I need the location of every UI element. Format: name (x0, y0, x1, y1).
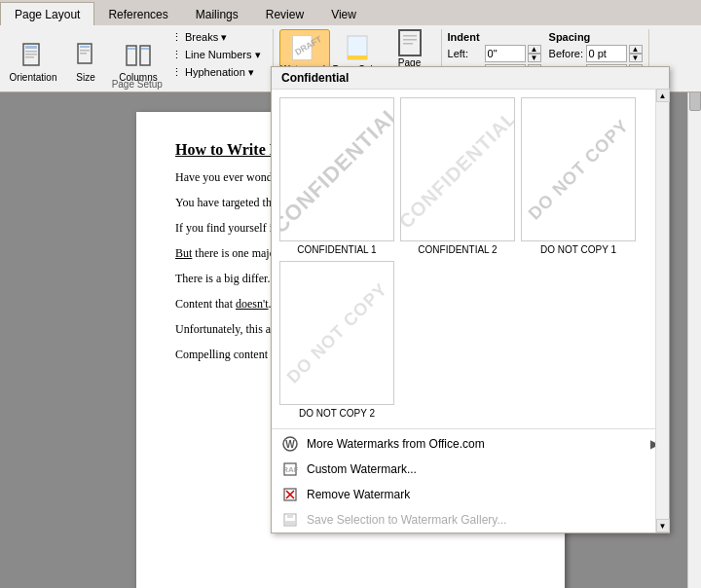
watermark-menu-divider (272, 428, 669, 429)
custom-watermark-icon: DRAFT (281, 460, 299, 478)
tab-review[interactable]: Review (252, 4, 317, 25)
spacing-before-up[interactable]: ▲ (629, 45, 643, 54)
orientation-button[interactable]: Orientation (8, 38, 58, 87)
ribbon-group-page-setup: Orientation Size (2, 29, 274, 92)
tab-page-layout[interactable]: Page Layout (0, 2, 94, 25)
indent-left-input[interactable] (485, 45, 526, 62)
watermark-dropdown-header: Confidential (272, 67, 669, 90)
svg-text:W: W (285, 439, 295, 450)
orientation-icon (18, 41, 49, 72)
watermark-label-donotcopy1: DO NOT COPY 1 (540, 244, 616, 255)
indent-left-label: Left: (448, 48, 483, 59)
watermark-menu-remove[interactable]: Remove Watermark (272, 482, 669, 507)
svg-rect-2 (25, 51, 37, 53)
watermark-text-donotcopy1: DO NOT COPY (524, 115, 633, 224)
watermark-dropdown: Confidential CONFIDENTIAL CONFIDENTIAL 1… (271, 66, 670, 533)
tab-references[interactable]: References (94, 4, 181, 25)
svg-rect-7 (80, 50, 90, 52)
watermark-label-confidential2: CONFIDENTIAL 2 (418, 244, 497, 255)
watermark-text-confidential1: CONFIDENTIAL (279, 100, 394, 239)
watermark-item-confidential1[interactable]: CONFIDENTIAL CONFIDENTIAL 1 (279, 97, 394, 255)
svg-rect-18 (403, 35, 417, 37)
page-scrollbar[interactable]: ▲ (687, 66, 701, 588)
watermark-menu-more[interactable]: W More Watermarks from Office.com ▶ (272, 431, 669, 457)
save-watermark-icon (281, 511, 299, 529)
svg-rect-12 (141, 48, 149, 50)
hyphenation-button[interactable]: ⋮ Hyphenation ▾ (166, 64, 267, 81)
ribbon-tab-bar: Page Layout References Mailings Review V… (0, 0, 701, 25)
watermark-label-confidential1: CONFIDENTIAL 1 (297, 244, 376, 255)
page-setup-small-buttons: ⋮ Breaks ▾ ⋮ Line Numbers ▾ ⋮ Hyphenatio… (166, 29, 267, 94)
spacing-before-down[interactable]: ▼ (629, 54, 643, 62)
svg-text:DRAFT: DRAFT (282, 465, 298, 474)
svg-rect-30 (285, 521, 295, 525)
watermark-grid: CONFIDENTIAL CONFIDENTIAL 1 CONFIDENTIAL… (272, 90, 669, 426)
indent-left-up[interactable]: ▲ (528, 45, 541, 54)
svg-rect-19 (403, 39, 417, 41)
line-numbers-button[interactable]: ⋮ Line Numbers ▾ (166, 47, 267, 63)
wm-scroll-down[interactable]: ▼ (656, 519, 670, 533)
watermark-preview-donotcopy1: DO NOT COPY (521, 97, 636, 241)
size-button[interactable]: Size (60, 38, 111, 87)
watermark-item-donotcopy1[interactable]: DO NOT COPY DO NOT COPY 1 (521, 97, 636, 255)
columns-icon (123, 41, 154, 72)
tab-mailings[interactable]: Mailings (182, 4, 252, 25)
spacing-before-input[interactable] (586, 45, 627, 62)
watermark-preview-donotcopy2: DO NOT COPY (279, 261, 394, 405)
watermark-label-donotcopy2: DO NOT COPY 2 (299, 408, 375, 419)
watermark-text-confidential2: CONFIDENTIAL (400, 106, 515, 233)
svg-rect-20 (403, 43, 413, 45)
spacing-label: Spacing (549, 29, 643, 43)
indent-left-row: Left: ▲ ▼ (448, 45, 541, 62)
svg-rect-1 (25, 46, 37, 49)
page-color-icon (342, 33, 373, 64)
spacing-before-label: Before: (549, 48, 584, 59)
more-watermarks-icon: W (281, 435, 299, 453)
page-setup-buttons: Orientation Size (8, 29, 267, 108)
page-setup-label: Page Setup (112, 79, 163, 90)
watermark-item-confidential2[interactable]: CONFIDENTIAL CONFIDENTIAL 2 (400, 97, 515, 255)
watermark-scrollbar[interactable]: ▲ ▼ (655, 89, 669, 533)
svg-rect-8 (80, 53, 87, 55)
spacing-before-spinners: ▲ ▼ (629, 45, 643, 62)
svg-rect-29 (287, 514, 293, 518)
svg-rect-4 (25, 56, 34, 58)
watermark-item-donotcopy2[interactable]: DO NOT COPY DO NOT COPY 2 (279, 261, 394, 419)
breaks-button[interactable]: ⋮ Breaks ▾ (166, 29, 267, 46)
svg-rect-6 (80, 46, 90, 48)
indent-label: Indent (448, 29, 541, 43)
watermark-text-donotcopy2: DO NOT COPY (282, 278, 391, 387)
watermark-menu-save: Save Selection to Watermark Gallery... (272, 507, 669, 533)
watermark-preview-confidential2: CONFIDENTIAL (400, 97, 515, 241)
tab-view[interactable]: View (317, 4, 370, 25)
wm-scroll-up[interactable]: ▲ (656, 89, 670, 102)
svg-rect-11 (128, 48, 135, 50)
watermark-preview-confidential1: CONFIDENTIAL (279, 97, 394, 241)
remove-watermark-icon (281, 486, 299, 503)
watermark-menu-custom[interactable]: DRAFT Custom Watermark... (272, 457, 669, 482)
svg-rect-16 (348, 55, 367, 59)
page-borders-icon (394, 28, 425, 57)
svg-rect-3 (25, 54, 37, 55)
indent-left-spinners: ▲ ▼ (528, 45, 541, 62)
watermark-icon: DRAFT (289, 33, 320, 64)
spacing-before-row: Before: ▲ ▼ (549, 45, 643, 62)
size-icon (70, 41, 101, 72)
indent-left-down[interactable]: ▼ (528, 54, 541, 62)
